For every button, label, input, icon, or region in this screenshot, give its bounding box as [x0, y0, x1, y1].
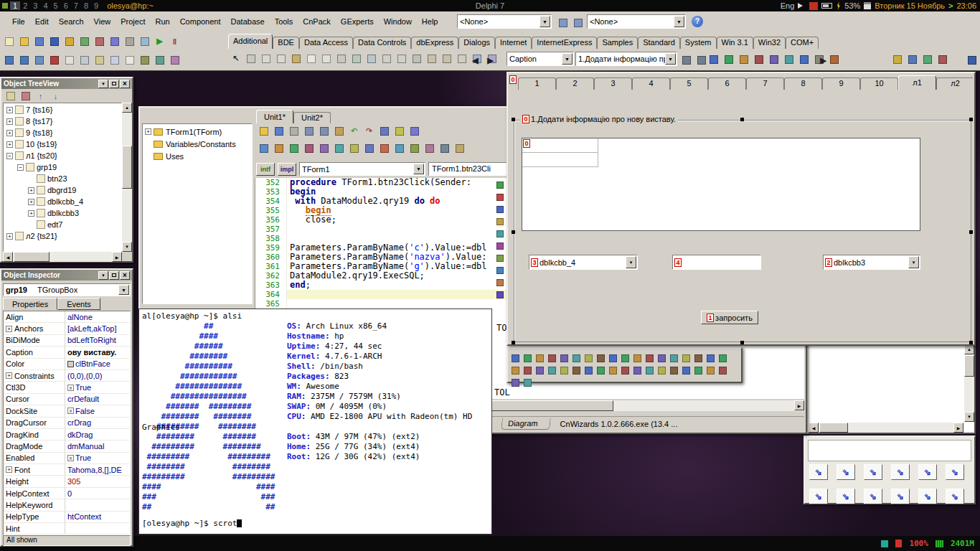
scroll-up-icon[interactable] — [964, 344, 974, 354]
component-button-19[interactable] — [509, 364, 522, 377]
property-row-dragkind[interactable]: DragKinddkDrag — [4, 429, 130, 441]
cn-tool-5-icon[interactable] — [766, 52, 781, 67]
workspace-tag-6[interactable]: 6 — [61, 1, 71, 10]
component-button-20[interactable] — [522, 364, 534, 377]
radiogroup-icon[interactable] — [439, 51, 454, 66]
ed-undo-icon[interactable]: ↶ — [347, 123, 362, 138]
palette-scroll-left-icon[interactable]: ◀ — [468, 53, 483, 68]
expand-icon[interactable]: + — [6, 326, 12, 332]
property-row-caption[interactable]: Captionову виставу. — [4, 347, 130, 358]
component-button-30[interactable] — [644, 364, 656, 377]
component-button-2[interactable] — [522, 352, 534, 364]
vertical-scrollbar[interactable] — [964, 344, 974, 422]
page-tab-8[interactable]: 8 — [784, 77, 822, 90]
side-4-icon[interactable] — [494, 216, 506, 227]
ed2-7-icon[interactable] — [347, 141, 362, 156]
radiobutton-icon[interactable] — [364, 51, 379, 66]
workspace-tag-5[interactable]: 5 — [51, 1, 61, 10]
expand-icon[interactable]: + — [6, 372, 12, 379]
property-row-constraints[interactable]: +Constraints(0,0),(0,0) — [4, 370, 130, 382]
property-value[interactable]: [akLeft,akTop] — [67, 324, 117, 333]
property-row-dragmode[interactable]: DragModedmManual — [4, 441, 130, 452]
chevron-down-icon[interactable] — [540, 16, 550, 27]
window-arrange-button-1[interactable]: ⇘ — [809, 464, 828, 480]
set-debug-desktop-icon[interactable] — [570, 15, 585, 30]
property-row-anchors[interactable]: +Anchors[akLeft,akTop] — [4, 323, 130, 334]
checkbox-icon[interactable] — [349, 51, 364, 66]
side-10-icon[interactable] — [494, 289, 506, 301]
editor-tab-unit2[interactable]: Unit2* — [293, 112, 331, 123]
tree-item-8-ts17-[interactable]: +8 {ts17} — [4, 116, 121, 127]
ed-bookmark-icon[interactable] — [392, 123, 407, 138]
property-row-helpkeyword[interactable]: HelpKeyword — [4, 499, 130, 511]
window-arrange-button-7[interactable]: ⇘ — [809, 489, 828, 504]
tree-item-dblkcbb3[interactable]: +dblkcbb3 — [4, 207, 121, 219]
add-to-project-icon[interactable] — [77, 34, 92, 49]
menu-item-gexperts[interactable]: GExperts — [336, 15, 379, 28]
component-button-11[interactable] — [631, 352, 644, 364]
workspace-tag-2[interactable]: 2 — [20, 1, 30, 10]
menu-item-tools[interactable]: Tools — [270, 15, 298, 28]
scroll-thumb[interactable] — [122, 146, 132, 189]
component-button-15[interactable] — [680, 352, 692, 364]
ed2-2-icon[interactable] — [271, 141, 286, 156]
component-button-7[interactable] — [583, 352, 595, 364]
editor-tab-unit1[interactable]: Unit1* — [256, 110, 293, 123]
property-row-hint[interactable]: Hint — [4, 523, 130, 534]
workspace-tag-7[interactable]: 7 — [71, 1, 81, 10]
popupmenu-icon[interactable] — [273, 51, 288, 66]
memo-icon[interactable] — [319, 51, 334, 66]
ed-save-icon[interactable] — [271, 123, 286, 138]
side-6-icon[interactable] — [494, 240, 506, 252]
palette-tab-internetexpress[interactable]: InternetExpress — [532, 37, 597, 49]
terminal-window[interactable]: al[olesya@hp ~]$ alsi ## #### ###### ###… — [138, 309, 492, 534]
mainmenu-icon[interactable] — [258, 51, 273, 66]
selection-handle[interactable] — [512, 341, 515, 344]
property-value[interactable]: False — [75, 407, 95, 415]
page-tab-6[interactable]: 6 — [708, 77, 746, 90]
expand-icon[interactable]: + — [6, 141, 13, 148]
tree-item-dbgrd19[interactable]: +dbgrd19 — [4, 184, 121, 196]
property-row-ctl3d[interactable]: Ctl3DxTrue — [4, 382, 130, 393]
component-button-13[interactable] — [656, 352, 668, 364]
panel-comp-icon[interactable] — [454, 51, 469, 66]
menu-item-view[interactable]: View — [89, 15, 116, 28]
new-edit-window-icon[interactable] — [122, 52, 137, 67]
code-explorer-panel[interactable]: +TForm1(TForm)+Variables/Constants+Uses — [142, 123, 253, 304]
image-editor-icon[interactable] — [167, 52, 182, 67]
component-button-21[interactable] — [534, 364, 546, 377]
edit-field[interactable]: 4 — [672, 255, 761, 270]
component-button-29[interactable] — [631, 364, 644, 377]
remove-from-project-icon[interactable] — [92, 34, 107, 49]
page-tab-2[interactable]: 2 — [556, 77, 594, 90]
window-arrange-button-4[interactable]: ⇘ — [891, 464, 910, 480]
cn-tool-4-icon[interactable] — [751, 52, 766, 67]
tree-item-л1-ts20-[interactable]: −л1 {ts20} — [4, 150, 121, 161]
keyboard-layout[interactable]: Eng — [781, 1, 795, 10]
db-tool-4-icon[interactable] — [935, 52, 950, 67]
collapse-icon[interactable]: − — [6, 153, 13, 159]
menu-item-window[interactable]: Window — [379, 15, 417, 28]
ed-help-icon[interactable] — [407, 123, 422, 138]
menu-item-run[interactable]: Run — [150, 15, 174, 28]
chevron-down-icon[interactable] — [665, 53, 676, 65]
selection-handle[interactable] — [969, 341, 973, 344]
ed2-13-icon[interactable] — [437, 141, 452, 156]
property-value[interactable]: dkDrag — [67, 430, 93, 439]
expand-icon[interactable]: + — [6, 466, 12, 473]
workspace-tag-1[interactable]: 1 — [10, 1, 20, 10]
view-form-icon[interactable] — [137, 34, 152, 49]
window-arrange-button-8[interactable]: ⇘ — [837, 489, 855, 504]
side-9-icon[interactable] — [494, 277, 506, 288]
save-all-icon[interactable] — [47, 34, 62, 49]
property-row-height[interactable]: Height305 — [4, 476, 130, 487]
goto-interface-button[interactable]: intf — [256, 163, 275, 176]
component-button-32[interactable] — [668, 364, 680, 377]
component-button-18[interactable] — [717, 352, 729, 364]
component-button-26[interactable] — [595, 364, 607, 377]
expand-icon[interactable]: + — [6, 233, 13, 240]
palette-tab-data-controls[interactable]: Data Controls — [353, 37, 411, 49]
tree-item-btn23[interactable]: +btn23 — [4, 173, 121, 184]
property-row-docksite[interactable]: DockSitexFalse — [4, 405, 130, 417]
close-icon[interactable] — [120, 271, 130, 280]
